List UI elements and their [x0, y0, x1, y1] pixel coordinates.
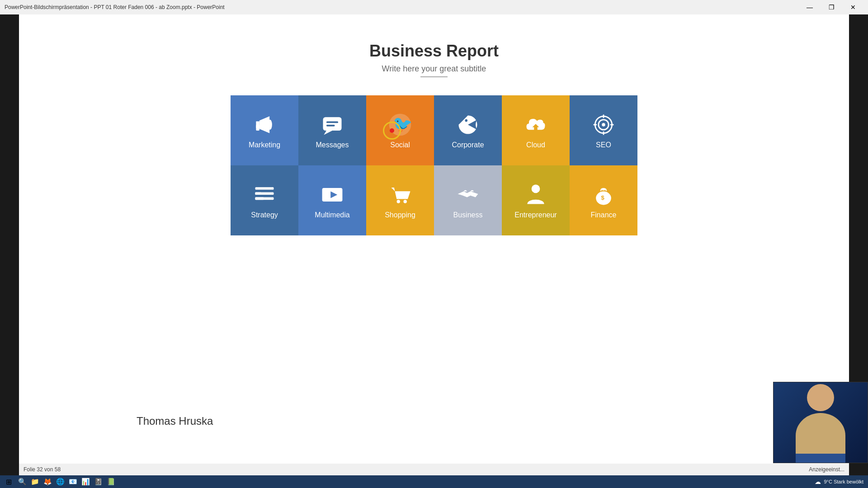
corporate-label: Corporate	[452, 141, 484, 149]
cloud-label: Cloud	[526, 141, 545, 149]
svg-point-12	[602, 123, 605, 126]
seo-icon	[591, 112, 616, 137]
entrepreneur-icon	[523, 182, 548, 207]
multimedia-icon	[320, 182, 345, 207]
strategy-icon	[252, 182, 277, 207]
svg-rect-2	[323, 117, 341, 131]
webcam-overlay	[773, 382, 868, 463]
slide-subtitle: Write here your great subtitle	[382, 64, 486, 74]
messages-icon	[320, 112, 345, 137]
svg-rect-5	[326, 125, 335, 127]
status-bar: Folie 32 von 58 Anzeigeeinst...	[19, 464, 849, 475]
taskbar[interactable]: ⊞ 🔍 📁 🦊 🌐 📧 📊 📓 📗 ☁ 9°C Stark bewölkt	[0, 475, 868, 488]
taskbar-onenote[interactable]: 📓	[92, 476, 104, 487]
slide-area: Business Report Write here your great su…	[19, 14, 849, 464]
grid-cell-social[interactable]: 🐦 Social	[366, 95, 434, 165]
svg-marker-3	[324, 131, 332, 135]
person-head	[807, 384, 834, 411]
grid-cell-strategy[interactable]: Strategy	[231, 165, 298, 235]
person-body	[796, 413, 845, 458]
business-icon	[455, 182, 481, 207]
restore-button[interactable]: ❐	[821, 0, 842, 14]
author-name: Thomas Hruska	[137, 415, 213, 427]
grid-cell-marketing[interactable]: Marketing	[231, 95, 298, 165]
start-button[interactable]: ⊞	[2, 476, 15, 487]
taskbar-search[interactable]: 🔍	[16, 476, 28, 487]
marketing-icon	[252, 112, 277, 137]
weather-text: 9°C Stark bewölkt	[824, 479, 863, 484]
svg-point-27	[403, 200, 406, 203]
taskbar-right: ☁ 9°C Stark bewölkt	[815, 478, 866, 485]
taskbar-outlook[interactable]: 📧	[67, 476, 79, 487]
slide-title: Business Report	[369, 42, 499, 61]
messages-label: Messages	[316, 141, 349, 149]
strategy-label: Strategy	[251, 211, 278, 219]
close-button[interactable]: ✕	[843, 0, 863, 14]
taskbar-explorer[interactable]: 📁	[29, 476, 41, 487]
grid-cell-shopping[interactable]: Shopping	[366, 165, 434, 235]
side-panel-left	[0, 14, 19, 475]
slide-count: Folie 32 von 58	[24, 466, 61, 473]
shopping-icon	[387, 182, 413, 207]
weather-icon: ☁	[815, 478, 821, 485]
grid-cell-finance[interactable]: $ Finance	[570, 165, 637, 235]
cloud-icon	[523, 112, 548, 137]
finance-label: Finance	[591, 211, 617, 219]
minimize-button[interactable]: —	[799, 0, 820, 14]
business-label: Business	[453, 211, 483, 219]
webcam-person	[784, 384, 857, 461]
display-settings: Anzeigeeinst...	[809, 466, 844, 473]
svg-point-8	[465, 119, 467, 122]
category-grid: Marketing Messages 🐦	[231, 95, 637, 235]
marketing-label: Marketing	[249, 141, 280, 149]
svg-point-28	[532, 184, 540, 193]
social-icon: 🐦	[387, 112, 413, 137]
subtitle-underline	[420, 76, 448, 77]
grid-cell-entrepreneur[interactable]: Entrepreneur	[502, 165, 570, 235]
svg-rect-20	[255, 192, 261, 195]
svg-rect-21	[255, 197, 264, 200]
person-shirt	[796, 454, 845, 463]
taskbar-browser[interactable]: 🦊	[42, 476, 53, 487]
grid-cell-business[interactable]: Business	[434, 165, 502, 235]
svg-point-1	[268, 119, 272, 129]
shopping-label: Shopping	[385, 211, 415, 219]
corporate-icon	[455, 112, 481, 137]
grid-cell-messages[interactable]: Messages	[298, 95, 366, 165]
svg-rect-17	[255, 187, 274, 190]
svg-point-26	[397, 200, 400, 203]
social-label: Social	[390, 141, 410, 149]
entrepreneur-label: Entrepreneur	[514, 211, 557, 219]
grid-cell-corporate[interactable]: Corporate	[434, 95, 502, 165]
taskbar-powerpoint[interactable]: 📊	[80, 476, 91, 487]
title-bar-text: PowerPoint-Bildschirmpräsentation - PPT …	[5, 4, 225, 10]
taskbar-chrome[interactable]: 🌐	[54, 476, 66, 487]
grid-cell-cloud[interactable]: Cloud	[502, 95, 570, 165]
seo-label: SEO	[596, 141, 611, 149]
window-controls: — ❐ ✕	[799, 0, 863, 14]
grid-cell-seo[interactable]: SEO	[570, 95, 637, 165]
svg-text:🐦: 🐦	[392, 115, 413, 134]
svg-rect-0	[256, 125, 259, 131]
svg-text:$: $	[601, 194, 604, 201]
grid-cell-multimedia[interactable]: Multimedia	[298, 165, 366, 235]
taskbar-excel[interactable]: 📗	[105, 476, 117, 487]
title-bar: PowerPoint-Bildschirmpräsentation - PPT …	[0, 0, 868, 14]
svg-rect-4	[326, 121, 338, 123]
finance-icon: $	[591, 182, 616, 207]
multimedia-label: Multimedia	[315, 211, 349, 219]
